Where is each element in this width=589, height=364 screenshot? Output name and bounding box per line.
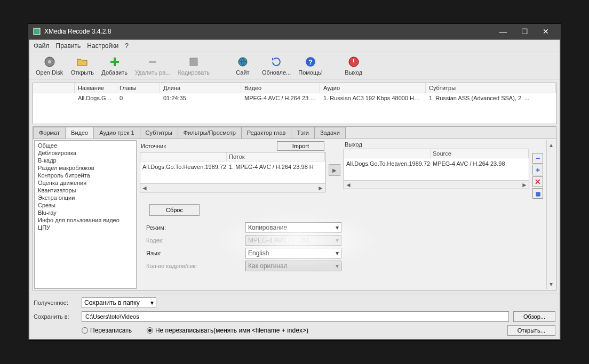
lang-label: Язык: <box>146 250 242 256</box>
video-form: Режим: Копирование▾ Кодек: MPEG-4 AVC / … <box>140 221 543 272</box>
tab-subtitles[interactable]: Субтитры <box>140 127 178 139</box>
side-bitrate[interactable]: Контроль битрейта <box>36 172 135 179</box>
output-side-buttons: − + ✕ ▦ <box>532 153 543 199</box>
transfer-arrow[interactable]: ▶ <box>329 164 340 176</box>
remove-stream-button[interactable]: − <box>532 153 543 164</box>
menu-file[interactable]: Файл <box>34 42 50 50</box>
col-duration[interactable]: Длина <box>160 83 241 93</box>
tool-remove: Удалить ра... <box>132 54 173 77</box>
browse-button[interactable]: Обзор... <box>513 311 555 322</box>
tool-update[interactable]: Обновле... <box>259 54 294 77</box>
side-general[interactable]: Общее <box>36 142 135 149</box>
tab-filters[interactable]: Фильтры/Просмотр <box>178 127 242 139</box>
source-title: Источник <box>141 143 273 149</box>
toolbar: Open Disk Открыть Добавить Удалить ра...… <box>29 52 560 79</box>
side-slices[interactable]: Срезы <box>36 201 135 209</box>
reset-button[interactable]: Сброс <box>149 204 200 216</box>
side-vui[interactable]: Инфо для пользования видео <box>36 216 135 224</box>
side-motion[interactable]: Оценка движения <box>36 179 135 187</box>
col-chapters[interactable]: Главы <box>116 83 160 93</box>
received-label: Полученное: <box>34 300 77 306</box>
maximize-button[interactable]: ☐ <box>514 24 535 39</box>
import-button[interactable]: Import <box>277 141 324 151</box>
folder-icon <box>76 55 89 68</box>
fps-label: Кол-во кадров/сек: <box>146 263 242 269</box>
overwrite-radio[interactable]: Перезаписать <box>82 327 132 334</box>
output-row[interactable]: All.Dogs.Go.To.Heaven.1989.720p.B... MPE… <box>344 158 529 180</box>
side-bluray[interactable]: Blu-ray <box>36 209 135 216</box>
video-side-list: Общее Деблокировка В-кадр Раздел макробл… <box>34 140 137 289</box>
col-name[interactable]: Название <box>75 83 116 93</box>
menubar: Файл Править Настройки ? <box>29 40 560 52</box>
source-table: Поток All.Dogs.Go.To.Heaven.1989.72... 1… <box>140 152 325 192</box>
menu-edit[interactable]: Править <box>56 42 81 50</box>
svg-rect-8 <box>353 59 354 62</box>
mode-select[interactable]: Копирование▾ <box>245 222 341 233</box>
col-video[interactable]: Видео <box>241 83 320 93</box>
tabs-area: Формат Видео Аудио трек 1 Субтитры Фильт… <box>33 126 556 290</box>
bottom-panel: Полученное: Сохранить в папку▾ Сохранить… <box>29 294 560 339</box>
source-scrollbar[interactable]: ◄► <box>140 183 325 192</box>
source-box: Источник Import Поток All.Dogs <box>140 141 325 192</box>
tab-video[interactable]: Видео <box>65 127 94 139</box>
plus-icon <box>108 55 121 68</box>
tool-help[interactable]: ? Помощь! <box>295 54 326 77</box>
tab-content: Общее Деблокировка В-кадр Раздел макробл… <box>33 139 556 290</box>
app-icon <box>33 27 41 36</box>
app-body: Файл Править Настройки ? Open Disk Откры… <box>29 39 560 339</box>
side-bframe[interactable]: В-кадр <box>36 157 135 164</box>
output-table: Source All.Dogs.Go.To.Heaven.1989.720p.B… <box>344 149 529 189</box>
tool-site[interactable]: Сайт <box>228 54 258 77</box>
open-folder-button[interactable]: Открыть... <box>507 325 555 336</box>
tool-add[interactable]: Добавить <box>98 54 131 77</box>
tab-format[interactable]: Формат <box>33 127 66 139</box>
path-input[interactable] <box>82 311 509 322</box>
output-box: Выход Source All.Dogs.Go.To.Heaven.1989.… <box>344 141 529 189</box>
add-stream-button[interactable]: + <box>532 165 543 175</box>
list-stream-button[interactable]: ▦ <box>532 188 543 199</box>
codec-select: MPEG-4 AVC / H.264▾ <box>245 235 341 246</box>
encode-icon <box>187 55 200 68</box>
svg-rect-3 <box>190 58 197 66</box>
no-overwrite-radio[interactable]: Не перезаписывать(менять имя <filename +… <box>147 327 503 334</box>
menu-settings[interactable]: Настройки <box>87 42 118 50</box>
close-button[interactable]: ✕ <box>535 24 556 39</box>
mode-label: Режим: <box>146 224 242 231</box>
question-icon: ? <box>304 55 317 68</box>
file-list-header: Название Главы Длина Видео Аудио Субтитр… <box>33 83 556 93</box>
tab-audio[interactable]: Аудио трек 1 <box>93 127 140 139</box>
source-row[interactable]: All.Dogs.Go.To.Heaven.1989.72... 1. MPEG… <box>140 161 325 183</box>
refresh-icon <box>270 55 283 68</box>
tool-open-disk[interactable]: Open Disk <box>33 54 66 77</box>
main-panel: Источник Import Поток All.Dogs <box>139 140 544 289</box>
source-head-stream: Поток <box>227 152 325 161</box>
received-select[interactable]: Сохранить в папку▾ <box>82 297 156 308</box>
menu-help[interactable]: ? <box>125 42 129 50</box>
tab-jobs[interactable]: Задачи <box>314 127 346 139</box>
app-title: XMedia Recode 3.4.2.8 <box>44 28 492 35</box>
svg-text:?: ? <box>308 59 312 66</box>
tab-chapters[interactable]: Редактор глав <box>241 127 292 139</box>
delete-stream-button[interactable]: ✕ <box>532 176 543 187</box>
side-deblock[interactable]: Деблокировка <box>36 149 135 157</box>
side-extra[interactable]: Экстра опции <box>36 194 135 201</box>
tool-open[interactable]: Открыть <box>67 54 97 77</box>
side-cpu[interactable]: ЦПУ <box>36 224 135 231</box>
tab-tags[interactable]: Тэги <box>291 127 315 139</box>
side-quant[interactable]: Квантизаторы <box>36 187 135 194</box>
minimize-button[interactable]: — <box>492 24 514 39</box>
content: Название Главы Длина Видео Аудио Субтитр… <box>29 79 560 294</box>
tool-exit[interactable]: Выход <box>339 54 369 77</box>
saveto-label: Сохранить в: <box>34 313 77 320</box>
side-macroblock[interactable]: Раздел макроблоков <box>36 164 135 172</box>
col-subs[interactable]: Субтитры <box>426 83 556 93</box>
codec-label: Кодек: <box>146 237 242 244</box>
col-audio[interactable]: Аудио <box>320 83 426 93</box>
file-row[interactable]: All.Dogs.Go... 0 01:24:35 MPEG-4 AVC / H… <box>33 93 556 103</box>
tool-encode: Кодировать <box>174 54 212 77</box>
radio-icon <box>82 327 88 334</box>
output-scrollbar[interactable]: ◄► <box>344 180 529 189</box>
file-list: Название Главы Длина Видео Аудио Субтитр… <box>33 83 556 124</box>
panel-scrollbar[interactable]: ▴▾ <box>546 140 555 289</box>
lang-select[interactable]: English▾ <box>245 248 341 258</box>
